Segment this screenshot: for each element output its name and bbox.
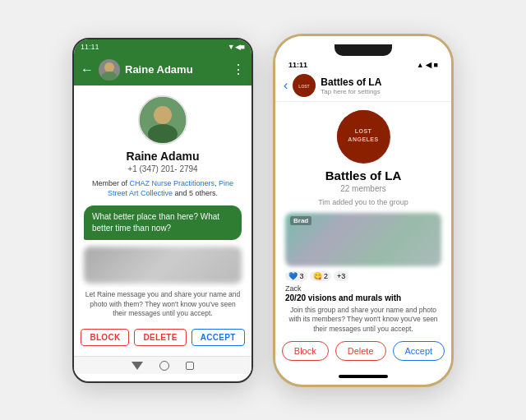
android-status-icons: ▼◀■ xyxy=(228,43,245,51)
iphone-notch xyxy=(275,36,451,59)
contact-name[interactable]: Raine Adamu xyxy=(125,63,227,76)
back-icon[interactable]: ← xyxy=(81,62,94,77)
back-nav-icon[interactable] xyxy=(132,362,143,370)
block-button[interactable]: BLOCK xyxy=(81,329,129,346)
android-phone: 11:11 ▼◀■ ← Raine Adamu ⋮ Raine Adamu +1… xyxy=(72,38,253,383)
delete-button[interactable]: DELETE xyxy=(134,329,186,346)
home-bar xyxy=(339,375,388,378)
profile-phone: +1 (347) 201- 2794 xyxy=(127,164,197,173)
svg-point-4 xyxy=(148,124,178,143)
iphone-block-button[interactable]: Block xyxy=(282,341,329,361)
iphone-statusbar: 11:11 ▲ ◀ ■ xyxy=(275,59,451,71)
home-nav-icon[interactable] xyxy=(159,361,169,371)
svg-text:ANGELES: ANGELES xyxy=(348,136,378,142)
profile-groups: Member of CHAZ Nurse Practitioners, Pine… xyxy=(84,178,242,199)
reaction-heart: 💙 3 xyxy=(285,271,307,281)
avatar xyxy=(99,59,120,81)
reactions: 💙 3 😋 2 +3 xyxy=(285,271,348,281)
reaction-more: +3 xyxy=(334,271,348,281)
svg-point-0 xyxy=(104,62,114,72)
notch xyxy=(335,44,392,56)
iphone-action-buttons: Block Delete Accept xyxy=(282,341,445,361)
iphone-home-indicator xyxy=(275,367,451,385)
zack-label: Zack xyxy=(285,284,302,293)
group-header-sub[interactable]: Tap here for settings xyxy=(321,88,443,95)
group-chat-image-wrapper: Brad xyxy=(285,213,441,266)
iphone-accept-button[interactable]: Accept xyxy=(393,341,445,361)
group-name-header: Battles of LA xyxy=(321,76,443,88)
group-avatar-small: LOST xyxy=(293,74,316,97)
recents-nav-icon[interactable] xyxy=(186,362,194,370)
iphone: 11:11 ▲ ◀ ■ ‹ LOST Battles of LA Tap her… xyxy=(273,34,454,387)
iphone-back-icon[interactable]: ‹ xyxy=(284,78,288,93)
android-nav xyxy=(74,356,251,374)
reaction-tongue: 😋 2 xyxy=(310,271,332,281)
profile-avatar xyxy=(138,95,187,145)
iphone-time: 11:11 xyxy=(288,61,307,69)
android-statusbar: 11:11 ▼◀■ xyxy=(74,39,251,54)
svg-text:LOST: LOST xyxy=(354,128,371,134)
group-name: Battles of LA xyxy=(325,168,402,182)
more-icon[interactable]: ⋮ xyxy=(232,62,245,77)
iphone-status-icons: ▲ ◀ ■ xyxy=(417,61,438,69)
accept-button[interactable]: ACCEPT xyxy=(191,329,245,346)
iphone-delete-button[interactable]: Delete xyxy=(335,341,386,361)
android-header: ← Raine Adamu ⋮ xyxy=(74,54,251,85)
chat-bubble: What better place than here? What better… xyxy=(84,205,242,240)
sender-label: Brad xyxy=(290,216,311,225)
profile-name: Raine Adamu xyxy=(127,150,200,163)
svg-point-1 xyxy=(101,72,118,81)
action-buttons: BLOCK DELETE ACCEPT xyxy=(84,325,242,349)
iphone-body: LOST ANGELES Battles of LA 22 members Ti… xyxy=(275,102,451,368)
group-avatar-large: LOST ANGELES xyxy=(337,110,390,164)
iphone-header-info: Battles of LA Tap here for settings xyxy=(321,76,443,95)
group-message: 20/20 visions and murals with xyxy=(285,293,401,302)
android-time: 11:11 xyxy=(81,43,99,51)
svg-text:LOST: LOST xyxy=(299,84,310,89)
group-added-notice: Tim added you to the group xyxy=(318,198,408,206)
iphone-header: ‹ LOST Battles of LA Tap here for settin… xyxy=(275,71,451,102)
svg-point-3 xyxy=(154,106,172,124)
chat-image xyxy=(84,247,242,284)
accept-description: Let Raine message you and share your nam… xyxy=(84,290,242,320)
iphone-accept-description: Join this group and share your name and … xyxy=(285,306,441,335)
android-body: Raine Adamu +1 (347) 201- 2794 Member of… xyxy=(74,85,251,357)
group-members: 22 members xyxy=(340,184,386,193)
